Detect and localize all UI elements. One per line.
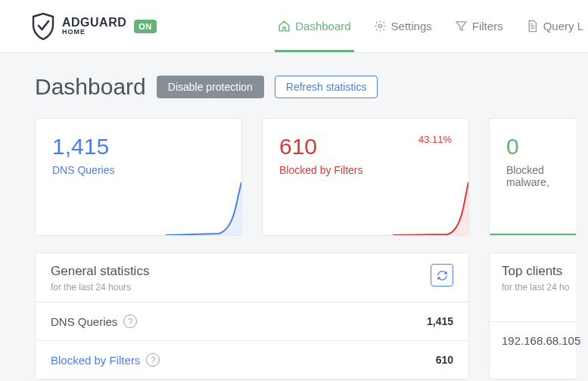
nav-dashboard-label: Dashboard <box>295 20 350 33</box>
general-stats-title: General statistics <box>51 264 149 279</box>
stat-row-dns-label: DNS Queries <box>51 315 117 328</box>
help-icon[interactable]: ? <box>146 353 160 367</box>
stat-cards: 1,415 DNS Queries 610 43.11% Blocked by … <box>35 118 588 236</box>
help-icon[interactable]: ? <box>123 314 137 328</box>
stat-row-blocked-value: 610 <box>436 354 453 366</box>
stat-row-dns-queries: DNS Queries ? 1,415 <box>36 302 468 341</box>
top-clients-header: Top clients for the last 24 ho <box>490 253 576 302</box>
page-content: Dashboard Disable protection Refresh sta… <box>0 53 588 379</box>
sparkline-queries <box>166 182 241 235</box>
disable-protection-button[interactable]: Disable protection <box>157 76 264 98</box>
nav-settings-label: Settings <box>391 20 432 33</box>
sparkline-blocked <box>393 182 468 235</box>
stat-row-label: DNS Queries ? <box>51 314 137 328</box>
document-icon <box>526 20 539 33</box>
brand-subtitle: HOME <box>62 29 126 36</box>
title-row: Dashboard Disable protection Refresh sta… <box>35 74 588 100</box>
stat-row-blocked-label: Blocked by Filters <box>51 354 140 367</box>
nav-settings[interactable]: Settings <box>372 20 434 33</box>
top-clients-sub: for the last 24 ho <box>502 282 576 293</box>
funnel-icon <box>455 20 468 33</box>
gear-icon <box>374 20 387 33</box>
lower-panels: General statistics for the last 24 hours… <box>35 252 588 379</box>
adguard-logo-icon <box>32 13 54 40</box>
card-dns-queries[interactable]: 1,415 DNS Queries <box>35 118 242 236</box>
nav-filters[interactable]: Filters <box>453 20 505 33</box>
nav-querylog-label: Query L <box>543 20 583 33</box>
stat-row-dns-value: 1,415 <box>427 315 453 327</box>
blocked-filters-pct: 43.11% <box>418 134 452 145</box>
refresh-icon <box>437 270 448 281</box>
status-badge: ON <box>134 20 157 33</box>
blocked-filters-value: 610 <box>279 134 317 160</box>
top-clients-panel: Top clients for the last 24 ho 192.168.6… <box>489 252 576 379</box>
general-stats-header: General statistics for the last 24 hours <box>36 253 468 302</box>
dns-queries-label: DNS Queries <box>52 164 225 176</box>
svg-point-0 <box>378 24 381 27</box>
refresh-statistics-button[interactable]: Refresh statistics <box>275 76 378 98</box>
main-nav: Dashboard Settings Filters Query L <box>276 20 588 33</box>
general-stats-sub: for the last 24 hours <box>51 282 149 293</box>
client-ip: 192.168.68.105 <box>502 334 580 347</box>
stat-row-blocked-filters: Blocked by Filters ? 610 <box>36 341 468 379</box>
blocked-malware-value: 0 <box>506 134 559 160</box>
top-clients-title: Top clients <box>502 264 576 279</box>
refresh-stats-small-button[interactable] <box>431 264 453 287</box>
nav-dashboard[interactable]: Dashboard <box>276 20 352 33</box>
page-title: Dashboard <box>35 74 146 100</box>
brand-name: ADGUARD <box>62 17 126 29</box>
app-header: ADGUARD HOME ON Dashboard Settings Filte… <box>0 0 588 53</box>
stat-row-label-link[interactable]: Blocked by Filters ? <box>51 353 160 367</box>
blocked-filters-label: Blocked by Filters <box>279 164 452 176</box>
general-stats-panel: General statistics for the last 24 hours… <box>35 252 469 379</box>
nav-filters-label: Filters <box>472 20 503 33</box>
card-blocked-malware[interactable]: 0 Blocked malware, <box>489 118 576 236</box>
brand-block: ADGUARD HOME ON <box>32 13 157 40</box>
home-icon <box>278 20 291 33</box>
nav-querylog[interactable]: Query L <box>524 20 585 33</box>
sparkline-malware <box>490 182 576 235</box>
brand-text: ADGUARD HOME <box>62 17 126 36</box>
dns-queries-value: 1,415 <box>52 134 225 160</box>
client-row[interactable]: 192.168.68.105 <box>490 321 576 359</box>
card-blocked-filters[interactable]: 610 43.11% Blocked by Filters <box>262 118 469 236</box>
